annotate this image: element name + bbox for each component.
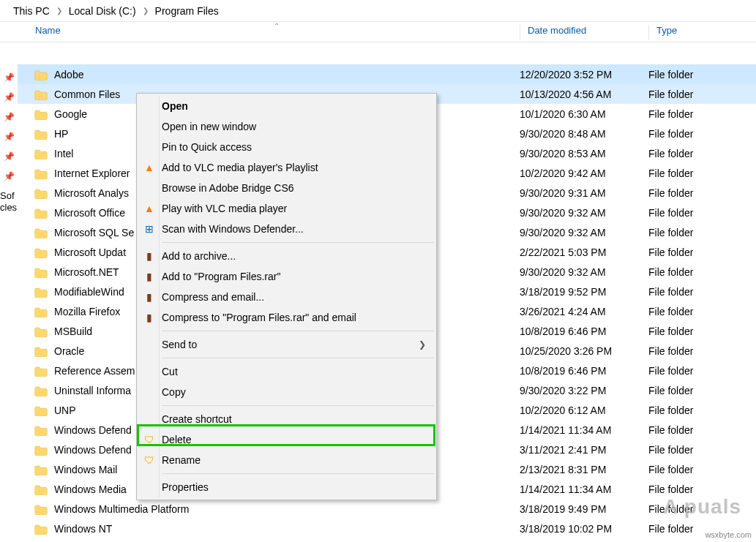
sort-indicator-icon: ⌃ <box>274 22 280 30</box>
file-name: Adobe <box>54 69 520 80</box>
folder-icon <box>34 325 48 336</box>
file-type: File folder <box>648 306 756 317</box>
breadcrumb[interactable]: This PC ❯ Local Disk (C:) ❯ Program File… <box>0 0 756 22</box>
vlc-icon: ▲ <box>143 203 156 214</box>
folder-icon <box>34 424 48 435</box>
menu-create-shortcut[interactable]: Create shortcut <box>138 409 435 429</box>
menu-delete[interactable]: 🛡Delete <box>138 429 435 450</box>
menu-add-archive[interactable]: ▮Add to archive... <box>138 246 435 266</box>
file-date: 10/8/2019 6:46 PM <box>520 365 648 377</box>
file-type: File folder <box>648 483 756 495</box>
file-type: File folder <box>648 108 756 120</box>
folder-icon <box>34 246 48 257</box>
folder-icon <box>34 285 48 297</box>
pin-icon: 📌 <box>0 127 18 146</box>
folder-icon <box>34 404 48 415</box>
file-date: 10/1/2020 6:30 AM <box>520 108 648 120</box>
archive-icon: ▮ <box>143 312 156 323</box>
file-type: File folder <box>648 503 756 515</box>
file-date: 10/13/2020 4:56 AM <box>520 89 648 100</box>
context-menu: Open Open in new window Pin to Quick acc… <box>136 93 437 500</box>
menu-open-new-window[interactable]: Open in new window <box>138 116 435 137</box>
file-date: 9/30/2020 3:22 PM <box>520 385 648 396</box>
folder-icon <box>34 167 48 178</box>
file-date: 10/2/2020 6:12 AM <box>520 404 648 416</box>
breadcrumb-item[interactable]: Program Files <box>155 5 219 17</box>
menu-vlc-playlist[interactable]: ▲Add to VLC media player's Playlist <box>138 157 435 178</box>
file-type: File folder <box>648 345 756 357</box>
folder-icon <box>34 364 48 376</box>
file-date: 9/30/2020 9:32 AM <box>520 266 648 278</box>
breadcrumb-item[interactable]: This PC <box>13 5 50 17</box>
menu-properties[interactable]: Properties <box>138 477 435 497</box>
folder-icon <box>34 384 48 396</box>
menu-separator <box>162 405 434 406</box>
file-type: File folder <box>648 246 756 258</box>
menu-separator <box>162 242 434 243</box>
pin-icon: 📌 <box>0 87 18 107</box>
pin-icon: 📌 <box>0 107 18 127</box>
menu-compress-email[interactable]: ▮Compress and email... <box>138 287 435 307</box>
file-date: 9/30/2020 8:53 AM <box>520 148 648 159</box>
menu-separator <box>162 473 434 474</box>
menu-defender[interactable]: ⊞Scan with Windows Defender... <box>138 219 435 239</box>
file-date: 9/30/2020 9:32 AM <box>520 207 648 219</box>
menu-compress-rar-email[interactable]: ▮Compress to "Program Files.rar" and ema… <box>138 307 435 328</box>
file-type: File folder <box>648 168 756 179</box>
file-type: File folder <box>648 404 756 416</box>
menu-copy[interactable]: Copy <box>138 382 435 402</box>
folder-icon <box>34 345 48 356</box>
file-type: File folder <box>648 266 756 278</box>
file-date: 2/13/2021 8:31 PM <box>520 464 648 475</box>
file-type: File folder <box>648 325 756 337</box>
file-date: 12/20/2020 3:52 PM <box>520 69 648 80</box>
file-type: File folder <box>648 365 756 377</box>
column-header-date[interactable]: Date modified <box>520 25 586 39</box>
folder-icon <box>34 88 48 99</box>
file-date: 9/30/2020 9:32 AM <box>520 227 648 238</box>
pin-icon: 📌 <box>0 67 18 87</box>
quick-access-pins: 📌 📌 📌 📌 📌 📌 <box>0 67 18 186</box>
file-date: 3/18/2019 9:49 PM <box>520 503 648 515</box>
file-type: File folder <box>648 385 756 396</box>
menu-vlc-play[interactable]: ▲Play with VLC media player <box>138 198 435 219</box>
menu-add-rar[interactable]: ▮Add to "Program Files.rar" <box>138 266 435 287</box>
folder-icon <box>34 483 48 494</box>
menu-send-to[interactable]: Send to❯ <box>138 334 435 355</box>
menu-pin-quick-access[interactable]: Pin to Quick access <box>138 137 435 157</box>
menu-separator <box>162 331 434 331</box>
column-header-type[interactable]: Type <box>648 25 677 39</box>
file-date: 2/22/2021 5:03 PM <box>520 246 648 258</box>
pin-icon: 📌 <box>0 146 18 166</box>
chevron-right-icon: ❯ <box>419 339 426 350</box>
file-type: File folder <box>648 128 756 140</box>
breadcrumb-item[interactable]: Local Disk (C:) <box>69 5 136 17</box>
file-type: File folder <box>648 464 756 475</box>
folder-icon <box>34 266 48 277</box>
folder-icon <box>34 127 48 139</box>
menu-adobe-bridge[interactable]: Browse in Adobe Bridge CS6 <box>138 178 435 198</box>
file-date: 9/30/2020 9:31 AM <box>520 187 648 199</box>
file-row[interactable]: Windows NT3/18/2019 10:02 PMFile folder <box>18 519 756 538</box>
file-row[interactable]: Adobe12/20/2020 3:52 PMFile folder <box>18 64 756 84</box>
menu-open[interactable]: Open <box>138 96 435 116</box>
menu-rename[interactable]: 🛡Rename <box>138 450 435 470</box>
file-type: File folder <box>648 207 756 219</box>
file-date: 3/26/2021 4:24 AM <box>520 306 648 317</box>
menu-separator <box>162 358 434 358</box>
file-date: 10/8/2019 6:46 PM <box>520 325 648 337</box>
file-name: Windows NT <box>54 523 520 535</box>
shield-icon: 🛡 <box>143 454 156 466</box>
menu-cut[interactable]: Cut <box>138 361 435 382</box>
column-headers: ⌃ Name Date modified Type <box>0 22 756 42</box>
folder-icon <box>34 226 48 238</box>
cut-off-nav-text: Sof cles <box>0 190 18 214</box>
folder-icon <box>34 503 48 514</box>
vlc-icon: ▲ <box>143 162 156 173</box>
file-type: File folder <box>648 69 756 80</box>
column-header-name[interactable]: Name <box>28 25 61 39</box>
folder-icon <box>34 443 48 455</box>
folder-icon <box>34 187 48 198</box>
file-row[interactable]: Windows Multimedia Platform3/18/2019 9:4… <box>18 499 756 519</box>
file-type: File folder <box>648 444 756 456</box>
